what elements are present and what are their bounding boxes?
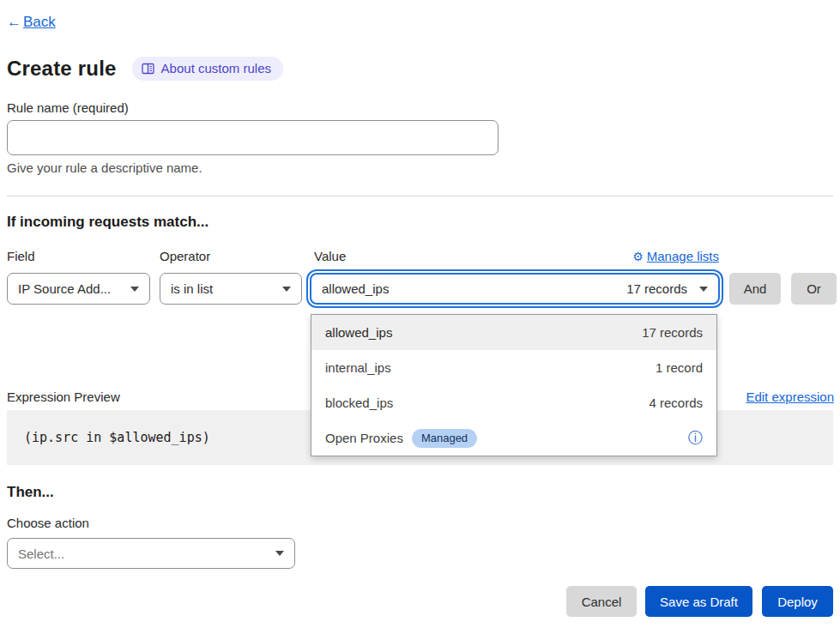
about-custom-rules-label: About custom rules	[161, 61, 271, 75]
action-select[interactable]: Select...	[7, 538, 295, 569]
title-row: Create rule About custom rules	[7, 57, 283, 81]
list-name: allowed_ips	[325, 325, 392, 340]
create-rule-page: ←Back Create rule About custom rules Rul…	[0, 0, 840, 634]
about-custom-rules-link[interactable]: About custom rules	[132, 57, 283, 81]
back-link[interactable]: ←Back	[7, 14, 56, 31]
operator-label: Operator	[160, 249, 210, 263]
field-select-value: IP Source Add...	[18, 281, 130, 296]
save-as-draft-button[interactable]: Save as Draft	[645, 586, 752, 617]
section-divider	[7, 196, 833, 196]
choose-action-label: Choose action	[7, 516, 89, 530]
list-record-count: 4 records	[649, 395, 703, 410]
cancel-button[interactable]: Cancel	[566, 586, 637, 617]
operator-select-value: is in list	[171, 281, 282, 296]
gear-icon: ⚙	[632, 250, 644, 263]
value-select[interactable]: allowed_ips 17 records	[310, 273, 720, 305]
field-label: Field	[7, 249, 35, 263]
page-title: Create rule	[7, 57, 117, 81]
value-select-records: 17 records	[626, 281, 687, 296]
chevron-down-icon	[275, 551, 284, 556]
back-label: Back	[23, 14, 56, 30]
list-item-open-proxies[interactable]: Open Proxies Managed ⓘ	[311, 420, 716, 456]
field-select[interactable]: IP Source Add...	[7, 273, 150, 305]
value-select-value: allowed_ips	[322, 281, 626, 296]
match-section-heading: If incoming requests match...	[7, 214, 208, 231]
list-record-count: 1 record	[656, 360, 703, 375]
expression-preview-label: Expression Preview	[7, 389, 120, 404]
manage-lists-wrap: ⚙Manage lists	[314, 249, 719, 263]
deploy-button[interactable]: Deploy	[762, 586, 833, 617]
and-button[interactable]: And	[729, 273, 781, 305]
rule-name-helper: Give your rule a descriptive name.	[7, 160, 202, 175]
chevron-down-icon	[699, 287, 708, 292]
back-arrow-icon: ←	[7, 14, 21, 31]
or-button[interactable]: Or	[791, 273, 837, 305]
list-record-count: 17 records	[642, 325, 703, 340]
value-dropdown: allowed_ips 17 records internal_ips 1 re…	[311, 314, 717, 456]
edit-expression-link[interactable]: Edit expression	[746, 389, 834, 404]
chevron-down-icon	[282, 287, 291, 292]
list-name: internal_ips	[325, 360, 391, 375]
operator-select[interactable]: is in list	[160, 273, 302, 305]
list-item-internal-ips[interactable]: internal_ips 1 record	[311, 350, 716, 385]
chevron-down-icon	[130, 287, 139, 292]
expression-code: (ip.src in $allowed_ips)	[24, 430, 210, 445]
list-item-allowed-ips[interactable]: allowed_ips 17 records	[311, 315, 716, 350]
list-item-blocked-ips[interactable]: blocked_ips 4 records	[311, 385, 716, 420]
list-name: Open Proxies	[325, 431, 403, 445]
info-icon[interactable]: ⓘ	[688, 431, 703, 445]
book-icon	[142, 63, 154, 75]
list-name: blocked_ips	[325, 395, 393, 410]
rule-name-input[interactable]	[7, 120, 499, 155]
then-section-heading: Then...	[7, 484, 54, 501]
rule-name-label: Rule name (required)	[7, 100, 129, 115]
manage-lists-link[interactable]: Manage lists	[647, 249, 719, 263]
managed-badge: Managed	[412, 429, 477, 448]
action-select-placeholder: Select...	[18, 546, 275, 561]
